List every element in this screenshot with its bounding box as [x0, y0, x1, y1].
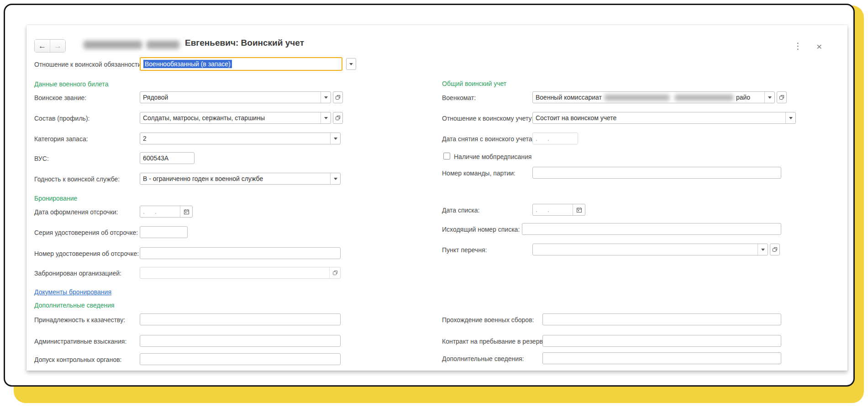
team-number-input[interactable] [532, 167, 781, 179]
rank-open-button[interactable] [333, 91, 343, 103]
calendar-icon [184, 209, 189, 215]
list-date-calendar-button[interactable] [573, 204, 585, 215]
reserve-contract-label: Контракт на пребывание в резерве: [442, 338, 548, 345]
commissariat-combobox[interactable]: Военный комиссариатрайо [532, 91, 775, 103]
mob-order-label: Наличие мобпредписания [454, 153, 531, 160]
open-in-new-icon [772, 247, 778, 252]
outgoing-list-number-input[interactable] [522, 223, 781, 235]
booking-documents-link[interactable]: Документы бронирования [34, 288, 111, 296]
deferral-date-input[interactable]: . . [140, 206, 193, 218]
chevron-down-icon [324, 117, 328, 119]
control-access-label: Допуск контрольных органов: [34, 356, 122, 363]
list-date-input[interactable]: . . [532, 204, 585, 216]
additional-info-input[interactable] [542, 352, 781, 364]
list-item-label: Пункт перечня: [442, 246, 487, 254]
cossack-label: Принадлежность к казачеству: [34, 316, 125, 324]
list-item-combobox[interactable] [532, 244, 768, 255]
outgoing-list-number-label: Исходящий номер списка: [442, 226, 520, 233]
commissariat-label: Военкомат: [442, 94, 476, 101]
kebab-icon: ⋮ [794, 41, 802, 51]
reserve-contract-input[interactable] [542, 335, 781, 347]
list-item-open-button[interactable] [770, 244, 780, 255]
screenshot-root: ← → Евгеньевич: Воинский учет ⋮ × Отноше… [0, 0, 868, 409]
booked-by-org-field[interactable] [140, 267, 341, 279]
profile-label: Состав (профиль): [34, 115, 89, 122]
team-number-label: Номер команды, партии: [442, 170, 516, 177]
redacted-first-name [147, 41, 179, 49]
close-icon: × [816, 41, 822, 52]
deregistration-date-input[interactable]: . . [532, 133, 578, 144]
list-item-dropdown-button[interactable] [758, 244, 768, 255]
chevron-down-icon [768, 96, 772, 99]
deferral-number-label: Номер удостоверения об отсрочке: [34, 250, 139, 257]
profile-dropdown-button[interactable] [321, 112, 331, 123]
section-booking: Бронирование [34, 195, 77, 202]
redacted-district [675, 95, 733, 101]
registration-relation-dropdown-button[interactable] [785, 112, 795, 123]
list-date-label: Дата списка: [442, 207, 479, 214]
additional-info-label: Дополнительные сведения: [442, 355, 524, 362]
vus-input[interactable]: 600543А [140, 152, 195, 164]
redacted-last-name [84, 41, 142, 49]
open-in-new-icon [332, 270, 338, 276]
window-title: Евгеньевич: Воинский учет [185, 38, 304, 48]
deferral-series-input[interactable] [140, 226, 188, 238]
military-training-input[interactable] [542, 313, 781, 325]
registration-relation-combobox[interactable]: Состоит на воинском учете [532, 112, 796, 124]
section-general: Общий воинский учет [442, 80, 506, 87]
profile-combobox[interactable]: Солдаты, матросы, сержанты, старшины [140, 112, 331, 124]
fitness-label: Годность к воинской службе: [34, 175, 120, 183]
relation-dropdown-button[interactable] [346, 58, 356, 70]
section-military-card: Данные военного билета [34, 80, 108, 88]
deferral-date-label: Дата оформления отсрочки: [34, 208, 118, 216]
forward-arrow-icon: → [54, 42, 62, 51]
rank-combobox[interactable]: Рядовой [140, 91, 331, 103]
rank-label: Воинское звание: [34, 94, 86, 101]
open-in-new-icon [779, 95, 784, 100]
control-access-input[interactable] [140, 353, 341, 365]
booked-by-org-open-button[interactable] [329, 267, 340, 278]
nav-button-group: ← → [34, 39, 66, 53]
booked-by-org-label: Забронирован организацией: [34, 270, 121, 277]
military-training-label: Прохождение военных сборов: [442, 316, 534, 324]
fitness-combobox[interactable]: В - ограниченно годен к военной службе [140, 173, 341, 185]
reserve-category-combobox[interactable]: 2 [140, 133, 341, 144]
admin-penalties-label: Административные взыскания: [34, 338, 126, 345]
deregistration-date-label: Дата снятия с воинского учета: [442, 135, 534, 143]
cossack-input[interactable] [140, 313, 341, 325]
profile-open-button[interactable] [333, 112, 343, 124]
vus-label: ВУС: [34, 155, 49, 162]
section-additional: Дополнительные сведения [34, 302, 115, 309]
open-in-new-icon [335, 95, 341, 100]
deferral-number-input[interactable] [140, 247, 341, 259]
forward-button[interactable]: → [50, 40, 65, 52]
close-button[interactable]: × [816, 42, 822, 51]
fitness-dropdown-button[interactable] [330, 173, 340, 184]
registration-relation-label: Отношение к воинскому учету: [442, 115, 534, 122]
deferral-series-label: Серия удостоверения об отсрочке: [34, 229, 138, 236]
chevron-down-icon [334, 138, 337, 140]
open-in-new-icon [335, 115, 341, 121]
chevron-down-icon [324, 96, 328, 99]
calendar-icon [576, 207, 582, 213]
more-menu-button[interactable]: ⋮ [794, 42, 802, 50]
redacted-region [605, 95, 669, 101]
selected-value: Военнообязанный (в запасе) [143, 60, 232, 68]
rank-dropdown-button[interactable] [321, 92, 331, 103]
admin-penalties-input[interactable] [140, 335, 341, 347]
back-button[interactable]: ← [35, 40, 50, 52]
reserve-category-dropdown-button[interactable] [330, 133, 340, 144]
chevron-down-icon [334, 178, 337, 180]
chevron-down-icon [761, 249, 765, 251]
reserve-category-label: Категория запаса: [34, 135, 88, 143]
military-registration-form: ← → Евгеньевич: Воинский учет ⋮ × Отноше… [26, 25, 847, 371]
app-window: ← → Евгеньевич: Воинский учет ⋮ × Отноше… [4, 4, 855, 387]
chevron-down-icon [349, 63, 353, 65]
relation-combobox[interactable]: Военнообязанный (в запасе) [140, 57, 342, 71]
deferral-date-calendar-button[interactable] [180, 206, 192, 217]
relation-label: Отношение к воинской обязанности: [34, 61, 143, 68]
mob-order-checkbox[interactable] [443, 153, 450, 159]
commissariat-dropdown-button[interactable] [764, 92, 774, 103]
commissariat-open-button[interactable] [777, 91, 787, 103]
chevron-down-icon [789, 117, 793, 119]
